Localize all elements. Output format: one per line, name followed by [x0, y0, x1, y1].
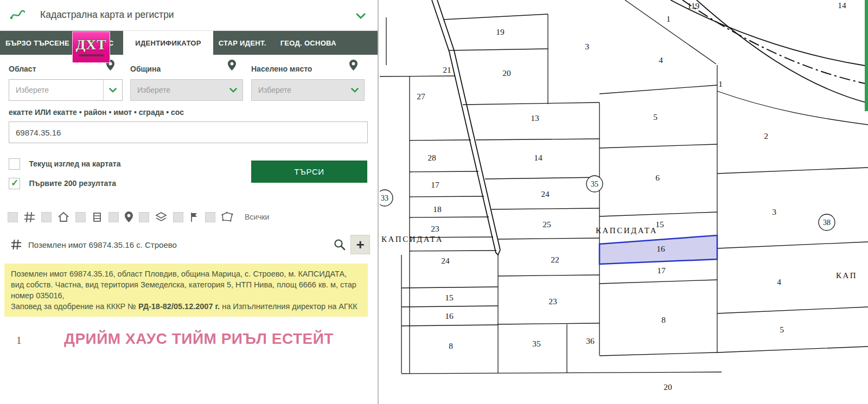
parcel-label: 19 — [496, 27, 505, 36]
filter-checkbox-layers[interactable] — [139, 212, 149, 222]
order-number: РД-18-82/05.12.2007 г. — [138, 302, 220, 311]
filter-all-label[interactable]: Всички — [245, 213, 269, 221]
current-view-label: Текущ изглед на картата — [29, 158, 120, 170]
obshtina-select[interactable]: Изберете — [130, 79, 243, 101]
tab-quick-search[interactable]: БЪРЗО ТЪРСЕНЕ — [5, 31, 69, 55]
first-200-row: Първите 200 резултата — [9, 178, 116, 190]
parcel-label: 5 — [653, 112, 658, 121]
parcel-grid-icon — [11, 239, 22, 250]
parcel-label: 8 — [449, 341, 453, 350]
filter-checkbox-polygon[interactable] — [205, 212, 215, 222]
parcel-label: 16 — [445, 311, 454, 320]
parcel-label: 25 — [542, 220, 551, 229]
parcel-label: 1 — [666, 14, 671, 23]
parcel-info-text: Поземлен имот 69874.35.16, област Пловди… — [11, 270, 356, 300]
order-text-suffix: на Изпълнителния директор на АГКК — [220, 302, 358, 311]
parcel-label: 8 — [661, 315, 666, 324]
search-button[interactable]: ТЪРСИ — [251, 161, 367, 183]
chevron-down-icon — [224, 80, 242, 100]
locality-label: КАП — [836, 271, 857, 280]
agency-watermark: ДРИЙМ ХАУС ТИЙМ РИЪЛ ЕСТЕЙТ — [64, 330, 334, 348]
parcel-label: 16 — [656, 244, 665, 253]
result-row[interactable]: Поземлен имот 69874.35.16 с. Строево + — [0, 233, 379, 256]
obshtina-pin-icon — [228, 60, 236, 73]
parcel-label: 17 — [431, 180, 439, 189]
order-text-prefix: Заповед за одобрение на КККР № — [11, 302, 138, 311]
circled-parcel-label: 33 — [381, 194, 388, 202]
map-edge-green-strip — [865, 0, 868, 111]
filter-checkbox-point[interactable] — [108, 212, 119, 222]
parcel-label: 27 — [417, 92, 425, 101]
parcel-label: 23 — [431, 224, 439, 233]
chevron-down-icon — [103, 80, 122, 100]
parcel-info-box: Поземлен имот 69874.35.16, област Пловди… — [4, 264, 368, 317]
house-icon — [58, 211, 69, 222]
parcel-label: 4 — [777, 277, 781, 286]
building-icon — [92, 211, 103, 222]
panel-header: Кадастрална карта и регистри — [0, 0, 378, 31]
watermark-logo-tagline — [79, 54, 104, 56]
parcel-label: 28 — [427, 153, 436, 162]
cadastral-map[interactable]: 333538 119141913420211271352281461724183… — [380, 0, 868, 404]
parcel-label: 35 — [532, 339, 541, 348]
first-200-checkbox[interactable] — [9, 178, 20, 189]
parcel-label: 3 — [772, 207, 776, 216]
page-number: 1 — [16, 335, 22, 347]
tab-bar: БЪРЗО ТЪРСЕНЕ АДРЕС ИДЕНТИФИКАТОР СТАР И… — [0, 31, 378, 55]
locality-label: КАПСИДАТА — [381, 235, 443, 243]
parcel-label: 21 — [443, 65, 451, 74]
app-title: Кадастрална карта и регистри — [40, 9, 174, 21]
obshtina-label: Община — [130, 65, 161, 73]
app-logo-icon — [10, 7, 26, 25]
add-result-button[interactable]: + — [350, 235, 370, 254]
tab-old-identifier[interactable]: СТАР ИДЕНТ. — [219, 31, 266, 55]
filter-checkbox-building[interactable] — [41, 212, 52, 222]
parcel-label: 2 — [764, 131, 768, 140]
tab-geodetic-base[interactable]: ГЕОД. ОСНОВА — [280, 31, 336, 55]
parcel-label: 5 — [780, 325, 784, 334]
zoom-to-result-icon[interactable] — [333, 238, 346, 251]
parcel-label: 20 — [663, 382, 672, 392]
grid-icon — [24, 211, 35, 223]
parcel-label: 20 — [502, 68, 511, 78]
oblast-select[interactable]: Изберете — [9, 79, 123, 101]
parcel-label: 3 — [585, 42, 589, 51]
watermark-logo: ДХТ — [72, 31, 110, 63]
filter-checkbox-parcel[interactable] — [8, 212, 18, 222]
circled-parcel-numbers: 333538 — [380, 176, 835, 230]
chevron-down-icon — [346, 80, 364, 100]
parcel-label: 13 — [531, 113, 539, 123]
first-200-label: Първите 200 резултата — [29, 178, 116, 189]
locality-label: КАПСИДАТА — [596, 226, 658, 235]
parcel-label: 24 — [541, 189, 550, 198]
filter-checkbox-structure[interactable] — [75, 212, 86, 222]
parcel-label: 4 — [659, 55, 663, 65]
naseleno-myasto-label: Населено място — [251, 65, 312, 73]
left-panel: Кадастрална карта и регистри БЪРЗО ТЪРСЕ… — [0, 0, 379, 404]
identifier-hint-label: екатте ИЛИ екатте • район • имот • сград… — [9, 108, 184, 117]
collapse-chevron-icon[interactable] — [356, 12, 366, 22]
watermark-logo-text: ДХТ — [75, 38, 106, 52]
naseleno-pin-icon — [349, 60, 358, 73]
parcel-label: 17 — [657, 266, 666, 275]
naseleno-select[interactable]: Изберете — [251, 79, 365, 101]
parcel-label: 119 — [687, 1, 700, 10]
road-lines — [432, 0, 868, 255]
parcel-number-labels: 1191419134202112713522814617241832325152… — [417, 1, 846, 392]
circled-parcel-label: 35 — [591, 180, 598, 188]
parcel-label: 14 — [534, 153, 542, 162]
boundary-dashdot-line — [682, 0, 868, 84]
current-view-checkbox[interactable] — [9, 158, 20, 170]
object-type-toolbar: Всички — [8, 209, 269, 225]
tab-identifier[interactable]: ИДЕНТИФИКАТОР — [123, 31, 213, 55]
identifier-input[interactable] — [9, 121, 368, 143]
parcel-label: 1 — [718, 79, 723, 88]
pin-icon — [125, 211, 133, 222]
circled-parcel-label: 38 — [823, 219, 831, 227]
parcel-label: 36 — [586, 336, 595, 345]
flag-icon — [189, 211, 199, 222]
polygon-icon — [221, 211, 233, 222]
filter-checkbox-landmark[interactable] — [173, 212, 183, 222]
parcel-label: 22 — [551, 255, 559, 264]
layers-icon — [155, 211, 167, 222]
